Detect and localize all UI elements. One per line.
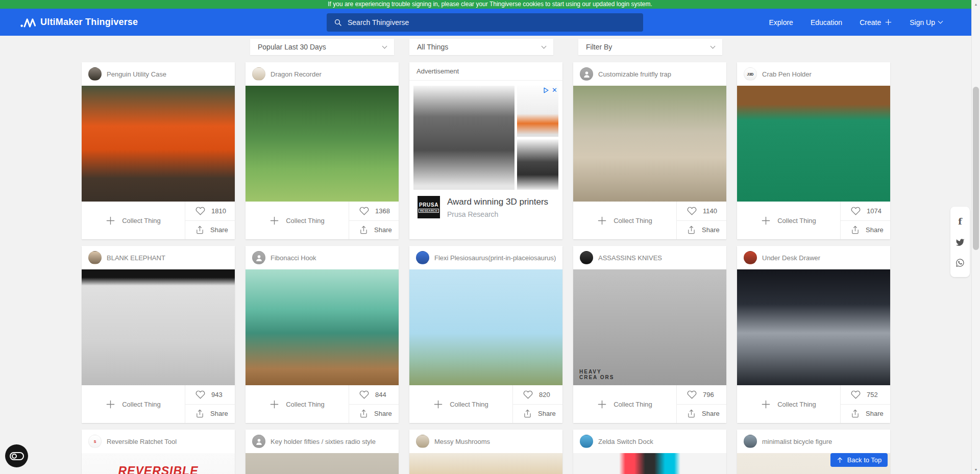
collect-thing-button[interactable]: Collect Thing <box>573 385 676 423</box>
thing-title[interactable]: ASSASSINS KNIVES <box>598 254 662 262</box>
avatar[interactable] <box>252 435 265 448</box>
thing-title[interactable]: Reversible Ratchet Tool <box>107 438 177 445</box>
like-count[interactable]: 1810 <box>185 202 235 221</box>
thing-image[interactable] <box>82 86 235 202</box>
ad-creative[interactable]: ✕ <box>409 81 562 193</box>
like-count[interactable]: 1074 <box>841 202 890 221</box>
share-button[interactable]: Share <box>841 405 890 423</box>
arrow-up-icon <box>837 457 843 463</box>
share-button[interactable]: Share <box>513 405 562 423</box>
ad-image-printer[interactable] <box>413 86 514 190</box>
ad-headline[interactable]: Award winning 3D printers <box>447 197 554 208</box>
collect-thing-button[interactable]: Collect Thing <box>246 202 349 239</box>
nav-create[interactable]: Create <box>860 18 892 27</box>
thing-image[interactable] <box>246 269 399 385</box>
avatar[interactable]: J3D <box>744 67 757 81</box>
thing-image[interactable] <box>82 269 235 385</box>
nav-explore[interactable]: Explore <box>769 18 793 27</box>
thing-image[interactable] <box>246 86 399 202</box>
scroll-up-arrow[interactable]: ▲ <box>972 0 980 9</box>
like-count-value: 1074 <box>867 207 881 215</box>
search-input[interactable] <box>348 18 636 27</box>
collect-thing-button[interactable]: Collect Thing <box>573 202 676 239</box>
logo[interactable]: UltiMaker Thingiverse <box>20 9 138 36</box>
thing-image[interactable] <box>573 453 726 474</box>
avatar[interactable] <box>88 67 102 81</box>
collect-thing-button[interactable]: Collect Thing <box>737 385 840 423</box>
collect-thing-button[interactable]: Collect Thing <box>82 385 185 423</box>
share-button[interactable]: Share <box>677 405 726 423</box>
like-count[interactable]: 1368 <box>349 202 399 221</box>
collect-thing-button[interactable]: Collect Thing <box>82 202 185 239</box>
scroll-down-arrow[interactable]: ▼ <box>972 465 980 474</box>
back-to-top-button[interactable]: Back to Top <box>830 453 888 467</box>
thing-image[interactable] <box>737 86 890 202</box>
like-count[interactable]: 943 <box>185 385 235 405</box>
thing-image[interactable] <box>246 453 399 474</box>
like-count[interactable]: 1140 <box>677 202 726 221</box>
thing-title[interactable]: Key holder fifties / sixties radio style <box>271 438 376 445</box>
whatsapp-share-icon[interactable] <box>955 258 965 267</box>
thing-title[interactable]: Penguin Utility Case <box>107 70 166 78</box>
filter-by-dropdown[interactable]: Filter By <box>578 39 722 55</box>
thing-title[interactable]: Crab Pen Holder <box>762 70 812 78</box>
share-button[interactable]: Share <box>677 221 726 240</box>
category-dropdown[interactable]: All Things <box>409 39 553 55</box>
like-count[interactable]: 844 <box>349 385 399 405</box>
share-button[interactable]: Share <box>349 221 399 240</box>
thing-card: ASSASSINS KNIVES HEAVY CREA ORS Collect … <box>573 246 726 423</box>
thing-title[interactable]: minimalist bicycle figure <box>762 438 832 445</box>
avatar[interactable] <box>252 251 265 264</box>
ad-advertiser[interactable]: Prusa Research <box>447 210 554 219</box>
thing-image[interactable]: REVERSIBLE <box>82 453 235 474</box>
thing-image-text: REVERSIBLE <box>82 464 235 474</box>
scrollbar[interactable]: ▲ ▼ <box>971 0 980 474</box>
collect-thing-button[interactable]: Collect Thing <box>246 385 349 423</box>
avatar[interactable] <box>580 67 593 81</box>
cookie-settings-button[interactable] <box>5 444 28 467</box>
collect-thing-button[interactable]: Collect Thing <box>737 202 840 239</box>
thing-title[interactable]: Messy Mushrooms <box>434 438 490 445</box>
share-button[interactable]: Share <box>185 405 235 423</box>
thing-image[interactable] <box>409 269 562 385</box>
search-bar[interactable] <box>327 13 643 32</box>
thing-title[interactable]: Dragon Recorder <box>271 70 322 78</box>
thing-image[interactable] <box>573 86 726 202</box>
scrollbar-thumb[interactable] <box>973 87 979 250</box>
share-button[interactable]: Share <box>349 405 399 423</box>
like-count[interactable]: 796 <box>677 385 726 405</box>
thing-title[interactable]: Customizable fruitfly trap <box>598 70 671 78</box>
avatar[interactable] <box>88 251 102 264</box>
thing-title[interactable]: BLANK ELEPHANT <box>107 254 165 262</box>
share-button[interactable]: Share <box>185 221 235 240</box>
thing-title[interactable]: Zelda Switch Dock <box>598 438 653 445</box>
thing-image[interactable] <box>737 269 890 385</box>
avatar[interactable]: S <box>88 435 102 448</box>
thing-title[interactable]: Fibonacci Hook <box>271 254 316 262</box>
like-count[interactable]: 752 <box>841 385 890 405</box>
thing-title[interactable]: Under Desk Drawer <box>762 254 820 262</box>
facebook-share-icon[interactable]: f <box>958 216 962 227</box>
avatar[interactable] <box>744 251 757 264</box>
ad-close-icon[interactable]: ✕ <box>552 87 557 93</box>
nav-education[interactable]: Education <box>811 18 842 27</box>
thing-image[interactable]: HEAVY CREA ORS <box>573 269 726 385</box>
avatar[interactable] <box>580 435 593 448</box>
avatar[interactable] <box>252 67 265 81</box>
sort-dropdown[interactable]: Popular Last 30 Days <box>250 39 394 55</box>
thing-image[interactable] <box>409 453 562 474</box>
like-count[interactable]: 820 <box>513 385 562 405</box>
plus-icon <box>433 400 443 409</box>
avatar[interactable] <box>416 435 429 448</box>
avatar[interactable] <box>744 435 757 448</box>
twitter-share-icon[interactable] <box>955 238 965 247</box>
adchoices-icon[interactable] <box>543 87 549 93</box>
thing-card: Customizable fruitfly trap Collect Thing… <box>573 62 726 239</box>
avatar[interactable] <box>580 251 593 264</box>
ad-image-small-bottom[interactable] <box>517 139 558 190</box>
share-button[interactable]: Share <box>841 221 890 240</box>
thing-title[interactable]: Flexi Plesiosaurus(print-in-placeiosauru… <box>434 254 556 262</box>
avatar[interactable] <box>416 251 429 264</box>
nav-sign-up[interactable]: Sign Up <box>910 18 942 27</box>
collect-thing-button[interactable]: Collect Thing <box>409 385 512 423</box>
